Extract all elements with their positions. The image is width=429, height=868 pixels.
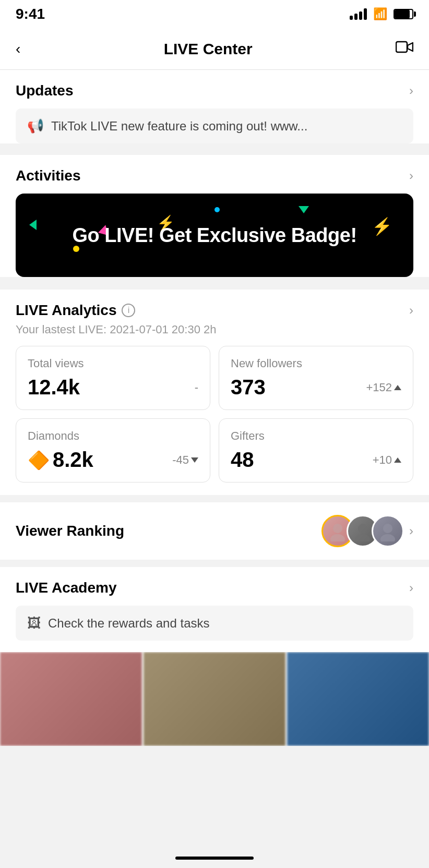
analytics-title-row: LIVE Analytics i: [16, 302, 135, 319]
triangle-green-left-icon: [29, 220, 37, 230]
svg-point-1: [333, 524, 342, 533]
total-views-value-row: 12.4k -: [28, 376, 198, 399]
dot-yellow-icon: [73, 246, 79, 252]
viewer-ranking-right: ›: [321, 515, 413, 547]
wifi-icon: 📶: [373, 7, 387, 21]
viewer-avatar-3: [372, 515, 404, 547]
top-nav: ‹ LIVE Center: [0, 28, 429, 70]
avatar-3-inner: [373, 516, 402, 546]
gifters-label: Gifters: [231, 429, 401, 443]
diamonds-change-text: -45: [172, 453, 189, 467]
gifters-value: 48: [231, 448, 254, 472]
triangle-green-right-icon: [299, 206, 309, 213]
gifters-value-row: 48 +10: [231, 448, 401, 472]
stats-grid: Total views 12.4k - New followers 373 +1…: [0, 346, 429, 483]
activity-banner[interactable]: ⚡ ⚡ Go LIVE! Get Exclusive Badge!: [16, 194, 413, 277]
status-time: 9:41: [16, 6, 45, 22]
analytics-last-live: Your lastest LIVE: 2021-07-01 20:30 2h: [0, 322, 429, 346]
total-views-label: Total views: [28, 357, 198, 370]
total-views-card: Total views 12.4k -: [16, 346, 210, 410]
viewer-avatars: [321, 515, 404, 547]
new-followers-card: New followers 373 +152: [219, 346, 413, 410]
back-button[interactable]: ‹: [16, 41, 20, 57]
svg-point-2: [330, 534, 345, 541]
updates-banner[interactable]: 📢 TikTok LIVE new feature is coming out!…: [16, 108, 413, 143]
arrow-up-icon: [394, 385, 401, 390]
thumbnail-3[interactable]: [287, 652, 429, 746]
info-icon[interactable]: i: [122, 304, 135, 317]
svg-point-3: [358, 524, 367, 533]
activities-section: Activities › ⚡ ⚡ Go LIVE! Get Exclusive …: [0, 155, 429, 277]
svg-rect-0: [396, 42, 407, 52]
viewer-ranking-title: Viewer Ranking: [16, 523, 124, 539]
video-button[interactable]: [396, 40, 413, 57]
phone-frame: 9:41 📶 ‹ LIVE Center: [0, 0, 429, 868]
svg-point-5: [383, 524, 392, 533]
diamonds-value: 8.2k: [53, 448, 93, 472]
gifters-card: Gifters 48 +10: [219, 418, 413, 483]
live-academy-chevron-icon: ›: [409, 581, 413, 595]
academy-banner-text: Check the rewards and tasks: [48, 616, 209, 631]
analytics-header[interactable]: LIVE Analytics i ›: [0, 290, 429, 322]
updates-chevron-icon: ›: [409, 83, 413, 98]
viewer-ranking-chevron-icon: ›: [409, 524, 413, 538]
diamonds-card: Diamonds 🔶 8.2k -45: [16, 418, 210, 483]
signal-icon: [350, 8, 367, 20]
new-followers-change-text: +152: [366, 381, 392, 394]
viewer-ranking-section[interactable]: Viewer Ranking: [0, 502, 429, 560]
analytics-section: LIVE Analytics i › Your lastest LIVE: 20…: [0, 290, 429, 495]
rewards-icon: 🖼: [27, 615, 41, 631]
dot-blue-icon: [214, 207, 220, 212]
gifters-change-text: +10: [373, 453, 392, 467]
new-followers-value-row: 373 +152: [231, 376, 401, 399]
new-followers-change: +152: [366, 381, 401, 394]
activities-title: Activities: [16, 167, 81, 184]
updates-section: Updates › 📢 TikTok LIVE new feature is c…: [0, 70, 429, 143]
diamonds-value-row: 🔶 8.2k -45: [28, 448, 198, 472]
live-academy-header[interactable]: LIVE Academy ›: [0, 567, 429, 606]
updates-banner-text: TikTok LIVE new feature is coming out! w…: [51, 119, 307, 134]
status-icons: 📶: [350, 7, 413, 21]
live-academy-section: LIVE Academy › 🖼 Check the rewards and t…: [0, 567, 429, 746]
home-indicator: [175, 857, 254, 860]
updates-header[interactable]: Updates ›: [0, 70, 429, 108]
svg-point-6: [380, 534, 395, 541]
arrow-down-icon: [191, 457, 198, 463]
activity-banner-text: Go LIVE! Get Exclusive Badge!: [72, 224, 356, 247]
gifters-change: +10: [373, 453, 401, 467]
megaphone-icon: 📢: [27, 118, 44, 134]
updates-title: Updates: [16, 82, 73, 99]
new-followers-label: New followers: [231, 357, 401, 370]
analytics-title: LIVE Analytics: [16, 302, 116, 319]
diamonds-change: -45: [172, 453, 198, 467]
page-title: LIVE Center: [164, 40, 253, 58]
status-bar: 9:41 📶: [0, 0, 429, 28]
lightning-right-icon: ⚡: [372, 216, 392, 236]
total-views-change: -: [195, 381, 198, 394]
thumbnail-1[interactable]: [0, 652, 142, 746]
activities-chevron-icon: ›: [409, 168, 413, 183]
diamonds-value-group: 🔶 8.2k: [28, 448, 93, 472]
diamond-icon: 🔶: [28, 450, 50, 471]
new-followers-value: 373: [231, 376, 266, 399]
live-academy-title: LIVE Academy: [16, 580, 116, 596]
academy-banner[interactable]: 🖼 Check the rewards and tasks: [16, 606, 413, 641]
thumbnail-2[interactable]: [144, 652, 285, 746]
battery-icon: [394, 9, 413, 19]
diamonds-label: Diamonds: [28, 429, 198, 443]
svg-point-4: [355, 534, 370, 541]
activities-header[interactable]: Activities ›: [0, 155, 429, 194]
thumbnail-row: [0, 652, 429, 746]
main-content: Updates › 📢 TikTok LIVE new feature is c…: [0, 70, 429, 746]
total-views-value: 12.4k: [28, 376, 80, 399]
gifters-arrow-up-icon: [394, 457, 401, 463]
analytics-chevron-icon: ›: [409, 303, 413, 318]
